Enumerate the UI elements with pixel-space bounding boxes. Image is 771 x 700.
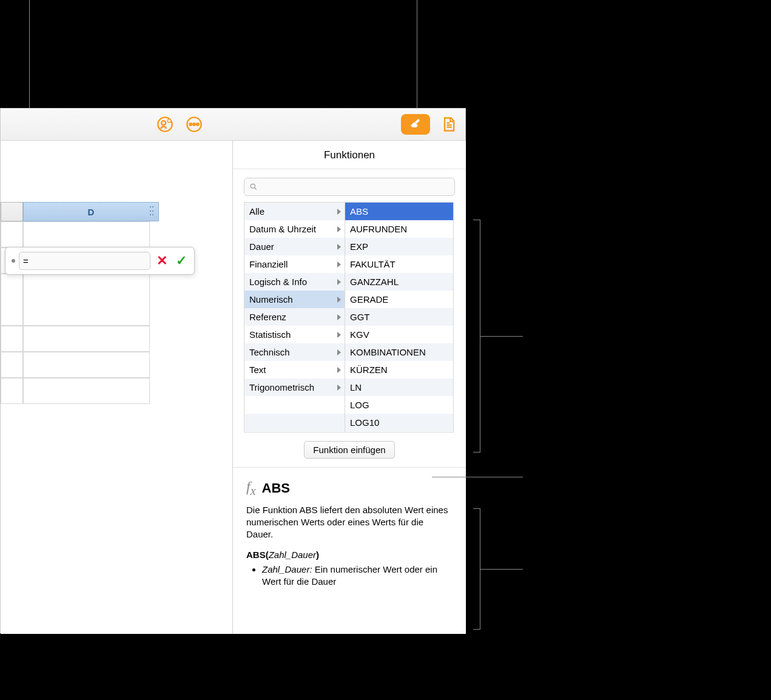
help-description: Die Funktion ABS liefert den absoluten W…	[246, 504, 453, 541]
cell[interactable]	[23, 378, 150, 404]
category-item[interactable]: Alle	[244, 203, 345, 220]
chevron-right-icon	[337, 314, 341, 320]
chevron-right-icon	[337, 367, 341, 373]
function-item[interactable]: KÜRZEN	[345, 361, 453, 379]
svg-point-5	[193, 123, 195, 126]
column-header-d[interactable]: D	[23, 202, 159, 221]
collaborate-button[interactable]	[155, 114, 175, 135]
column-drag-handle[interactable]	[150, 206, 156, 217]
callout-line	[432, 477, 523, 477]
function-item[interactable]: LN	[345, 379, 453, 396]
function-item[interactable]: AUFRUNDEN	[345, 220, 453, 238]
accept-button[interactable]: ✓	[176, 253, 187, 269]
chevron-right-icon	[337, 349, 341, 355]
svg-point-6	[197, 123, 199, 126]
search-input[interactable]	[244, 178, 455, 196]
cell[interactable]	[1, 274, 23, 326]
category-item[interactable]: Statistisch	[244, 326, 345, 343]
format-button[interactable]	[401, 114, 430, 135]
callout-line	[417, 0, 417, 108]
cell[interactable]	[1, 378, 23, 404]
category-item[interactable]: Numerisch	[244, 291, 345, 308]
function-list[interactable]: ABSAUFRUNDENEXPFAKULTÄTGANZZAHLGERADEGGT…	[345, 202, 454, 432]
formula-value: =	[23, 256, 29, 266]
search-icon	[249, 183, 258, 191]
function-browser: AlleDatum & UhrzeitDauerFinanziellLogisc…	[233, 202, 466, 432]
function-item[interactable]: GERADE	[345, 291, 453, 308]
cancel-button[interactable]: ✕	[157, 253, 167, 269]
chevron-right-icon	[337, 261, 341, 268]
chevron-right-icon	[337, 226, 341, 232]
category-item[interactable]: Technisch	[244, 343, 345, 361]
svg-point-8	[251, 184, 255, 188]
category-item[interactable]: Datum & Uhrzeit	[244, 220, 345, 238]
help-function-name: ABS	[262, 480, 290, 496]
function-item[interactable]: KOMBINATIONEN	[345, 343, 453, 361]
category-item[interactable]: Text	[244, 361, 345, 379]
callout-line	[480, 569, 523, 570]
category-list[interactable]: AlleDatum & UhrzeitDauerFinanziellLogisc…	[244, 202, 345, 432]
cell[interactable]	[23, 326, 150, 352]
function-item[interactable]: ABS	[345, 203, 453, 220]
cell[interactable]	[23, 274, 150, 326]
functions-sidebar: Funktionen AlleDatum & UhrzeitDauerFinan…	[232, 141, 466, 634]
chevron-right-icon	[337, 385, 341, 391]
svg-point-4	[189, 123, 192, 126]
callout-bracket	[473, 220, 480, 453]
function-item[interactable]: LOG10	[345, 414, 453, 431]
svg-rect-7	[415, 119, 420, 124]
svg-point-1	[161, 121, 166, 125]
help-signature: ABS(Zahl_Dauer)	[246, 550, 453, 560]
callout-bracket	[473, 508, 480, 630]
function-item[interactable]: EXP	[345, 238, 453, 255]
cell[interactable]	[1, 221, 23, 247]
cell[interactable]	[1, 326, 23, 352]
column-label: D	[88, 207, 95, 217]
toolbar	[1, 109, 465, 141]
chevron-right-icon	[337, 244, 341, 250]
function-item[interactable]: FAKULTÄT	[345, 255, 453, 273]
spreadsheet[interactable]: D	[1, 141, 232, 634]
chevron-right-icon	[337, 297, 341, 303]
callout-line	[480, 336, 523, 337]
help-argument: Zahl_Dauer: Ein numerischer Wert oder ei…	[262, 564, 453, 588]
chevron-right-icon	[337, 332, 341, 338]
app-window: D = ✕ ✓ Funktionen	[0, 108, 466, 633]
document-settings-button[interactable]	[439, 114, 459, 135]
function-item[interactable]: GGT	[345, 308, 453, 326]
category-item[interactable]: Dauer	[244, 238, 345, 255]
more-button[interactable]	[184, 114, 204, 135]
function-help: fx ABS Die Funktion ABS liefert den abso…	[233, 467, 466, 588]
fx-icon: fx	[246, 479, 256, 498]
function-item[interactable]: KGV	[345, 326, 453, 343]
formula-editor: = ✕ ✓	[5, 247, 195, 275]
sidebar-title: Funktionen	[233, 141, 466, 169]
function-item[interactable]: LOG	[345, 396, 453, 414]
chevron-right-icon	[337, 279, 341, 285]
cell[interactable]	[23, 352, 150, 378]
category-item[interactable]: Trigonometrisch	[244, 379, 345, 396]
column-headers: D	[1, 202, 159, 221]
category-item[interactable]: Referenz	[244, 308, 345, 326]
drag-dot-icon[interactable]	[12, 259, 15, 263]
function-item[interactable]: GANZZAHL	[345, 273, 453, 291]
insert-function-button[interactable]: Funktion einfügen	[304, 441, 394, 459]
cell[interactable]	[1, 352, 23, 378]
cell[interactable]	[23, 221, 150, 247]
chevron-right-icon	[337, 209, 341, 215]
formula-input[interactable]: =	[19, 252, 150, 270]
category-item[interactable]: Logisch & Info	[244, 273, 345, 291]
category-item[interactable]: Finanziell	[244, 255, 345, 273]
column-header[interactable]	[1, 202, 23, 221]
